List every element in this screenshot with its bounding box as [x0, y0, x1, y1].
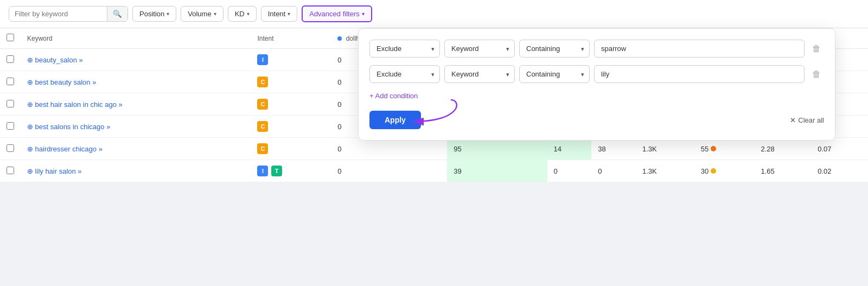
filter-row-2: Exclude Include ▾ Keyword URL Title ▾ Co…: [369, 65, 824, 83]
cell: 0: [331, 138, 447, 160]
intent-badge-t: T: [271, 166, 282, 176]
field-select-wrap-2: Keyword URL Title ▾: [444, 65, 515, 83]
intent-col-header: Intent: [251, 28, 331, 49]
row-checkbox[interactable]: [7, 144, 14, 152]
cell: 0.02: [811, 160, 868, 182]
table-row: ⊕ hairdresser chicago » C 0 95 14 38 1.3…: [0, 138, 868, 160]
add-condition-button[interactable]: + Add condition: [369, 91, 418, 101]
cell: 38: [591, 138, 636, 160]
dollheads-dot: [337, 36, 342, 41]
cell: 0: [591, 160, 636, 182]
difficulty-dot: [711, 168, 716, 174]
cell-highlight: 39: [447, 160, 547, 182]
difficulty-dot: [711, 146, 716, 151]
delete-row-1-button[interactable]: 🗑: [809, 42, 824, 56]
keyword-filter-input[interactable]: [9, 7, 107, 21]
advanced-filters-btn[interactable]: Advanced filters ▾: [302, 5, 372, 22]
keyword-link[interactable]: ⊕ hairdresser chicago »: [27, 145, 103, 153]
cell: 1.65: [754, 160, 811, 182]
kd-filter-btn[interactable]: KD ▾: [228, 6, 257, 22]
row-checkbox[interactable]: [7, 100, 14, 107]
cell-highlight: 95: [447, 138, 547, 160]
keyword-link[interactable]: ⊕ best salons in chicago »: [27, 123, 110, 131]
intent-badge: C: [257, 121, 268, 132]
position-filter-btn[interactable]: Position ▾: [132, 6, 176, 22]
action-select-1[interactable]: Exclude Include: [369, 40, 440, 58]
volume-filter-btn[interactable]: Volume ▾: [181, 6, 223, 22]
table-row: ⊕ lily hair salon » I T 0 39 0 0 1.3K 30…: [0, 160, 868, 182]
advanced-filters-panel: Exclude Include ▾ Keyword URL Title ▾ Co…: [358, 28, 835, 141]
cell: 1.3K: [636, 138, 694, 160]
row-checkbox[interactable]: [7, 78, 14, 85]
cell: 30: [694, 160, 755, 182]
chevron-down-icon: ▾: [167, 11, 169, 17]
chevron-down-icon: ▾: [214, 11, 216, 17]
chevron-down-icon: ▾: [362, 11, 365, 17]
intent-badge: C: [257, 77, 268, 87]
condition-select-2[interactable]: Containing Not containing Equals Starts …: [519, 65, 590, 83]
action-select-2[interactable]: Exclude Include: [369, 65, 440, 83]
cell: 1.3K: [636, 160, 694, 182]
row-checkbox[interactable]: [7, 122, 14, 130]
cell: 0: [331, 160, 447, 182]
filter-value-input-1[interactable]: [594, 40, 805, 58]
apply-button[interactable]: Apply: [369, 111, 421, 129]
intent-filter-btn[interactable]: Intent ▾: [261, 6, 298, 22]
field-select-1[interactable]: Keyword URL Title: [444, 40, 515, 58]
action-select-wrap-2: Exclude Include ▾: [369, 65, 440, 83]
keyword-link[interactable]: ⊕ beauty_salon »: [27, 56, 83, 64]
cell: 55: [694, 138, 755, 160]
field-select-2[interactable]: Keyword URL Title: [444, 65, 515, 83]
cell: 2.28: [754, 138, 811, 160]
condition-select-1[interactable]: Containing Not containing Equals Starts …: [519, 40, 590, 58]
search-button[interactable]: 🔍: [107, 7, 127, 21]
row-checkbox[interactable]: [7, 55, 14, 63]
cell: 0: [547, 160, 592, 182]
select-all-checkbox[interactable]: [7, 34, 14, 41]
action-select-wrap-1: Exclude Include ▾: [369, 40, 440, 58]
condition-select-wrap-1: Containing Not containing Equals Starts …: [519, 40, 590, 58]
row-checkbox[interactable]: [7, 167, 14, 174]
clear-all-button[interactable]: ✕ Clear all: [790, 116, 824, 124]
chevron-down-icon: ▾: [288, 11, 290, 17]
cell: 0.07: [811, 138, 868, 160]
keyword-link[interactable]: ⊕ best beauty salon »: [27, 78, 96, 86]
filter-row-1: Exclude Include ▾ Keyword URL Title ▾ Co…: [369, 40, 824, 58]
filter-input-wrap: 🔍: [9, 6, 128, 22]
intent-badge-i: I: [257, 166, 268, 176]
keyword-link[interactable]: ⊕ best hair salon in chic ago »: [27, 100, 123, 109]
filter-value-input-2[interactable]: [594, 65, 805, 83]
intent-badge: I: [257, 54, 268, 65]
chevron-down-icon: ▾: [247, 11, 250, 17]
keyword-link[interactable]: ⊕ lily hair salon »: [27, 167, 82, 175]
condition-select-wrap-2: Containing Not containing Equals Starts …: [519, 65, 590, 83]
delete-row-2-button[interactable]: 🗑: [809, 67, 824, 81]
keyword-col-header: Keyword: [21, 28, 251, 49]
panel-footer: Apply ✕ Clear all: [369, 111, 824, 129]
cell-highlight: 14: [547, 138, 592, 160]
toolbar: 🔍 Position ▾ Volume ▾ KD ▾ Intent ▾ Adva…: [0, 0, 868, 28]
field-select-wrap-1: Keyword URL Title ▾: [444, 40, 515, 58]
intent-badge: C: [257, 143, 268, 154]
intent-badge: C: [257, 99, 268, 110]
